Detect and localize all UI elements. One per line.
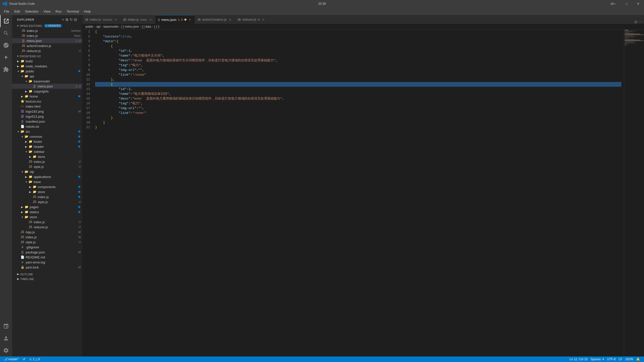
tab-close-button[interactable]: × <box>149 18 153 22</box>
file-index-js-common[interactable]: JS index.js U <box>12 159 82 164</box>
maximize-button[interactable]: □ <box>621 0 632 8</box>
activity-explorer[interactable] <box>0 15 12 27</box>
open-file-indexjs-sidebar[interactable]: JS index.js /sidebar <box>12 28 82 33</box>
breadcrumb-item-basemodel[interactable]: basemodel <box>103 25 118 28</box>
activity-account[interactable] <box>0 332 12 344</box>
status-branch[interactable]: ⎇ master* <box>3 356 20 362</box>
folder-src[interactable]: ▾ 📂 src <box>12 129 82 134</box>
folder-components[interactable]: ▶ 📁 components <box>12 184 82 189</box>
open-file-menujson[interactable]: {} menu.json 1, U <box>12 38 82 43</box>
folder-applications[interactable]: ▶ 📁 applications <box>12 174 82 179</box>
activity-git[interactable] <box>0 39 12 51</box>
breadcrumb-item-public[interactable]: public <box>86 25 93 28</box>
collapse-all-button[interactable]: ⊟ <box>74 18 77 22</box>
folder-public[interactable]: ▾ 📂 public <box>12 69 82 74</box>
menu-file[interactable]: File <box>2 9 11 14</box>
open-file-actioncreators[interactable]: JS actionCreators.js <box>12 43 82 48</box>
tab-close-button[interactable]: × <box>261 18 265 22</box>
menu-view[interactable]: View <box>42 9 53 14</box>
breadcrumb-item-data[interactable]: [ ] data <box>142 25 151 28</box>
new-folder-button[interactable]: ⊞ <box>65 18 69 22</box>
status-encoding[interactable]: UTF-8 <box>606 356 617 362</box>
file-manifest-json[interactable]: {} manifest.json <box>12 119 82 124</box>
timeline-section[interactable]: ▶ TIMELINE <box>12 277 82 281</box>
more-actions-button[interactable]: ⋯ <box>638 20 642 24</box>
status-spaces[interactable]: Spaces: 4 <box>589 356 606 362</box>
open-file-indexjs-base[interactable]: JS index.js /base <box>12 33 82 38</box>
file-menu-json[interactable]: {} menu.json 1, U <box>12 84 82 89</box>
tab-close-button[interactable]: × <box>114 18 118 22</box>
activity-remote[interactable] <box>0 320 12 332</box>
file-index-js-root[interactable]: JS index.js M <box>12 235 82 240</box>
file-style-js-base[interactable]: JS style.js U <box>12 199 82 204</box>
tab-reducer[interactable]: JS reducer.js U × <box>235 15 268 24</box>
menu-selection[interactable]: Selection <box>23 9 40 14</box>
tab-menujson[interactable]: {} menu.json 1, U × <box>155 15 195 24</box>
activity-debug[interactable] <box>0 51 12 63</box>
status-eol[interactable]: LF <box>617 356 624 362</box>
activity-extensions[interactable] <box>0 63 12 75</box>
folder-home[interactable]: ▶ 📁 home <box>12 94 82 99</box>
file-reducer-js-store[interactable]: JS reducer.js U <box>12 224 82 230</box>
file-index-js-base[interactable]: JS index.js <box>12 194 82 199</box>
file-style-js-common[interactable]: JS style.js U <box>12 164 82 169</box>
file-robots-txt[interactable]: 📄 robots.txt <box>12 124 82 129</box>
folder-common[interactable]: ▾ 📂 common <box>12 134 82 139</box>
refresh-button[interactable]: ↻ <box>70 18 73 22</box>
project-title[interactable]: ▾ FRONTEND-V2 <box>12 54 82 59</box>
file-yarn-lock[interactable]: 🔒 yarn.lock M <box>12 265 82 270</box>
folder-copyrights[interactable]: ▶ 📁 copyrights <box>12 89 82 94</box>
breadcrumb-item-1[interactable]: { } 1 <box>154 25 159 28</box>
tab-actioncreators[interactable]: JS actionCreators.js × <box>195 15 235 24</box>
breadcrumb-item-menujson[interactable]: { } menu.json <box>121 25 139 28</box>
activity-settings[interactable] <box>0 344 12 356</box>
file-logo512[interactable]: 🖼 logo512.png <box>12 114 82 119</box>
split-editor-button[interactable]: ⊟ <box>634 20 637 24</box>
tab-indexjs-sidebar[interactable]: JS index.js /sidebar × <box>83 15 120 24</box>
menu-run[interactable]: Run <box>54 9 64 14</box>
file-readme[interactable]: 📄 README.md <box>12 255 82 260</box>
tab-indexjs-base[interactable]: JS index.js /base × <box>120 15 155 24</box>
menu-terminal[interactable]: Terminal <box>65 9 81 14</box>
outline-section[interactable]: ▶ OUTLINE <box>12 272 82 277</box>
breadcrumb-item-api[interactable]: api <box>96 25 100 28</box>
folder-sidebar[interactable]: ▾ 📂 sidebar <box>12 149 82 154</box>
file-app-js[interactable]: JS App.js M <box>12 230 82 235</box>
file-style-js-root[interactable]: JS style.js U <box>12 240 82 245</box>
file-index-js-store[interactable]: JS index.js U <box>12 219 82 224</box>
folder-basemodel[interactable]: ▾ 📂 basemodel <box>12 79 82 84</box>
tab-close-button[interactable]: × <box>228 18 232 22</box>
folder-base[interactable]: ▾ 📂 base <box>12 179 82 184</box>
open-file-reducer[interactable]: JS reducer.js U <box>12 48 82 53</box>
open-editors-title[interactable]: ▾ OPEN EDITORS 1 UNSAVED <box>12 23 82 28</box>
file-index-html[interactable]: <> index.html <box>12 104 82 109</box>
folder-node-modules[interactable]: ▶ 📁 node_modules <box>12 64 82 69</box>
status-feedback[interactable]: 🔔 <box>635 356 641 362</box>
folder-header[interactable]: ▶ 📁 header <box>12 144 82 149</box>
status-language[interactable]: JSON <box>624 356 635 362</box>
folder-statics[interactable]: ▶ 📁 statics <box>12 209 82 214</box>
new-file-button[interactable]: + <box>62 18 64 22</box>
folder-build[interactable]: ▶ 📁 build <box>12 59 82 64</box>
folder-store-sidebar[interactable]: ▶ 📁 store <box>12 154 82 159</box>
minimize-button[interactable]: ─ <box>609 0 621 8</box>
file-yarn-error[interactable]: ≡ yarn-error.log <box>12 260 82 265</box>
folder-pages[interactable]: ▶ 📁 pages <box>12 204 82 209</box>
folder-footer[interactable]: ▶ 📁 footer <box>12 139 82 144</box>
status-errors[interactable]: ⚠ 1 △ 0 <box>28 356 41 362</box>
file-package-json[interactable]: {} package.json M <box>12 250 82 255</box>
file-favicon[interactable]: ⭐ favicon.ico <box>12 99 82 104</box>
code-content[interactable]: { "success":true, "data":[ { "id":1, "na… <box>93 29 624 356</box>
menu-help[interactable]: Help <box>82 9 93 14</box>
folder-store-src[interactable]: ▾ 📂 store <box>12 214 82 219</box>
activity-search[interactable] <box>0 27 12 39</box>
menu-edit[interactable]: Edit <box>12 9 22 14</box>
file-logo192[interactable]: 🖼 logo192.png M <box>12 109 82 114</box>
close-button[interactable]: ✕ <box>632 0 644 8</box>
tab-close-button[interactable]: × <box>188 18 192 22</box>
folder-nlp[interactable]: ▾ 📂 nlp <box>12 169 82 174</box>
folder-store-base[interactable]: ▶ 📁 store <box>12 189 82 194</box>
folder-api[interactable]: ▾ 📂 api <box>12 74 82 79</box>
status-sync[interactable]: ↺ <box>21 356 27 362</box>
status-position[interactable]: Ln 12, Col 10 <box>568 356 589 362</box>
